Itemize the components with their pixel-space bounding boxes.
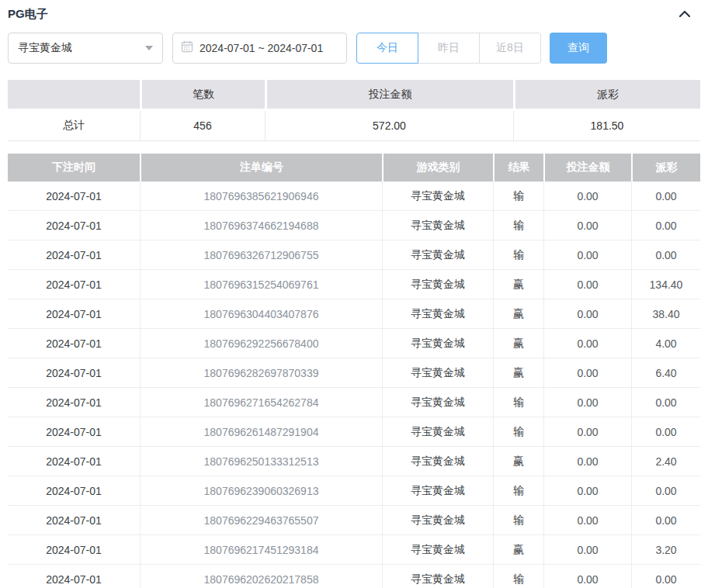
game-type-cell: 寻宝黄金城 — [382, 447, 493, 476]
game-type-cell: 寻宝黄金城 — [382, 329, 493, 358]
payout-cell: 3.20 — [631, 535, 700, 565]
payout-cell: 0.00 — [631, 417, 700, 447]
filter-bar: 寻宝黄金城 2024-07-01 ~ 2024-07-01 今日 昨日 近8日 — [8, 33, 700, 64]
records-header-bet-id: 注单编号 — [140, 154, 382, 182]
game-type-cell: 寻宝黄金城 — [382, 182, 493, 211]
game-type-cell: 寻宝黄金城 — [382, 417, 493, 447]
bet-amount-cell: 0.00 — [543, 476, 631, 506]
bet-id-cell: 1807696385621906946 — [140, 182, 382, 211]
records-header-result: 结果 — [493, 154, 543, 182]
table-row: 2024-07-011807696271654262784寻宝黄金城输0.000… — [8, 388, 700, 417]
payout-cell: 2.40 — [631, 447, 700, 476]
date-range-picker[interactable]: 2024-07-01 ~ 2024-07-01 — [172, 33, 347, 64]
game-type-cell: 寻宝黄金城 — [382, 240, 493, 270]
game-type-cell: 寻宝黄金城 — [382, 270, 493, 299]
summary-total-label: 总计 — [8, 111, 140, 141]
table-row: 2024-07-011807696282697870339寻宝黄金城赢0.006… — [8, 358, 700, 388]
date-range-value: 2024-07-01 ~ 2024-07-01 — [200, 42, 323, 54]
bet-date-cell: 2024-07-01 — [8, 476, 140, 506]
payout-cell: 0.00 — [631, 211, 700, 240]
summary-header-blank — [8, 80, 140, 111]
game-type-cell: 寻宝黄金城 — [382, 535, 493, 565]
records-header-row: 下注时间 注单编号 游戏类别 结果 投注金额 派彩 — [8, 154, 700, 182]
quick-button-yesterday[interactable]: 昨日 — [418, 33, 480, 64]
bet-date-cell: 2024-07-01 — [8, 358, 140, 388]
game-select-value: 寻宝黄金城 — [18, 41, 72, 55]
query-button[interactable]: 查询 — [550, 33, 607, 64]
result-cell: 赢 — [493, 535, 543, 565]
result-cell: 输 — [493, 240, 543, 270]
table-row: 2024-07-011807696304403407876寻宝黄金城赢0.003… — [8, 299, 700, 329]
game-type-cell: 寻宝黄金城 — [382, 299, 493, 329]
quick-range-button-group: 今日 昨日 近8日 — [356, 33, 541, 64]
chevron-down-icon — [145, 46, 153, 50]
bet-id-cell: 1807696304403407876 — [140, 299, 382, 329]
table-row: 2024-07-011807696315254069761寻宝黄金城赢0.001… — [8, 270, 700, 299]
game-type-cell: 寻宝黄金城 — [382, 476, 493, 506]
payout-cell: 0.00 — [631, 506, 700, 535]
collapse-panel-button[interactable] — [675, 6, 694, 22]
payout-cell: 0.00 — [631, 240, 700, 270]
result-cell: 输 — [493, 417, 543, 447]
summary-total-row: 总计 456 572.00 181.50 — [8, 111, 700, 141]
game-type-cell: 寻宝黄金城 — [382, 211, 493, 240]
bet-date-cell: 2024-07-01 — [8, 329, 140, 358]
table-row: 2024-07-011807696239060326913寻宝黄金城输0.000… — [8, 476, 700, 506]
bet-amount-cell: 0.00 — [543, 299, 631, 329]
result-cell: 输 — [493, 476, 543, 506]
payout-cell: 4.00 — [631, 329, 700, 358]
table-row: 2024-07-011807696229463765507寻宝黄金城输0.000… — [8, 506, 700, 535]
summary-header-count: 笔数 — [140, 80, 265, 111]
summary-total-count: 456 — [140, 111, 265, 141]
bet-id-cell: 1807696374662194688 — [140, 211, 382, 240]
result-cell: 输 — [493, 182, 543, 211]
bet-amount-cell: 0.00 — [543, 270, 631, 299]
panel-header: PG电子 — [8, 0, 700, 23]
bet-id-cell: 1807696282697870339 — [140, 358, 382, 388]
game-type-cell: 寻宝黄金城 — [382, 506, 493, 535]
table-row: 2024-07-011807696202620217858寻宝黄金城输0.000… — [8, 565, 700, 588]
table-row: 2024-07-011807696217451293184寻宝黄金城赢0.003… — [8, 535, 700, 565]
table-row: 2024-07-011807696250133312513寻宝黄金城赢0.002… — [8, 447, 700, 476]
summary-total-payout: 181.50 — [513, 111, 700, 141]
bet-amount-cell: 0.00 — [543, 182, 631, 211]
quick-button-last8days[interactable]: 近8日 — [479, 33, 541, 64]
bet-amount-cell: 0.00 — [543, 388, 631, 417]
bet-amount-cell: 0.00 — [543, 506, 631, 535]
summary-table: 笔数 投注金额 派彩 总计 456 572.00 181.50 — [8, 80, 700, 141]
game-type-cell: 寻宝黄金城 — [382, 388, 493, 417]
table-row: 2024-07-011807696374662194688寻宝黄金城输0.000… — [8, 211, 700, 240]
bet-id-cell: 1807696315254069761 — [140, 270, 382, 299]
payout-cell: 0.00 — [631, 476, 700, 506]
payout-cell: 0.00 — [631, 182, 700, 211]
bet-id-cell: 1807696229463765507 — [140, 506, 382, 535]
payout-cell: 0.00 — [631, 388, 700, 417]
bet-amount-cell: 0.00 — [543, 447, 631, 476]
bet-date-cell: 2024-07-01 — [8, 211, 140, 240]
payout-cell: 38.40 — [631, 299, 700, 329]
bet-date-cell: 2024-07-01 — [8, 535, 140, 565]
bet-id-cell: 1807696217451293184 — [140, 535, 382, 565]
bet-amount-cell: 0.00 — [543, 358, 631, 388]
game-select[interactable]: 寻宝黄金城 — [8, 33, 163, 64]
payout-cell: 134.40 — [631, 270, 700, 299]
bet-date-cell: 2024-07-01 — [8, 506, 140, 535]
quick-button-today[interactable]: 今日 — [356, 33, 418, 64]
table-row: 2024-07-011807696261487291904寻宝黄金城输0.000… — [8, 417, 700, 447]
payout-cell: 0.00 — [631, 565, 700, 588]
bet-id-cell: 1807696292256678400 — [140, 329, 382, 358]
result-cell: 赢 — [493, 447, 543, 476]
bet-date-cell: 2024-07-01 — [8, 447, 140, 476]
bet-amount-cell: 0.00 — [543, 329, 631, 358]
bet-id-cell: 1807696261487291904 — [140, 417, 382, 447]
bet-date-cell: 2024-07-01 — [8, 565, 140, 588]
result-cell: 赢 — [493, 358, 543, 388]
bet-date-cell: 2024-07-01 — [8, 299, 140, 329]
summary-header-bet-amount: 投注金额 — [265, 80, 513, 111]
bet-id-cell: 1807696326712906755 — [140, 240, 382, 270]
result-cell: 输 — [493, 506, 543, 535]
summary-header-payout: 派彩 — [513, 80, 700, 111]
records-header-game-type: 游戏类别 — [382, 154, 493, 182]
bet-amount-cell: 0.00 — [543, 240, 631, 270]
bet-id-cell: 1807696250133312513 — [140, 447, 382, 476]
